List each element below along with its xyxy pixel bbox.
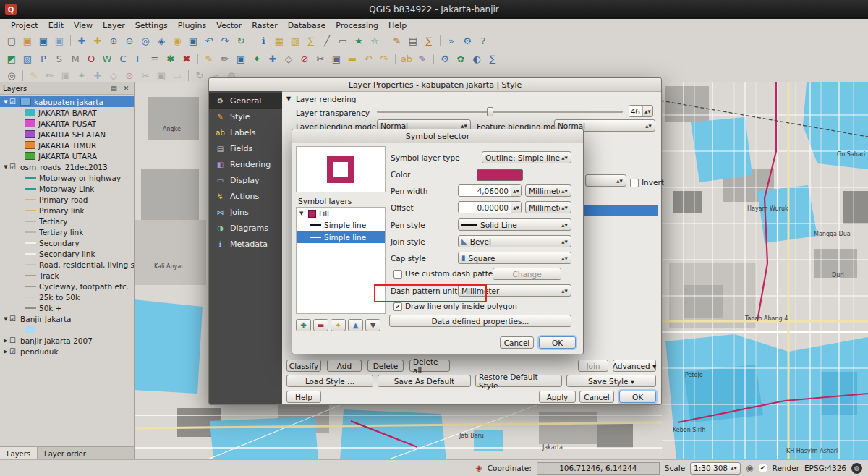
add-vector-layer-icon[interactable]: ◩ (4, 52, 19, 67)
layer-tree-item[interactable]: JAKARTA UTARA (0, 150, 134, 161)
layer-tree-item[interactable]: Road, residential, living street, etc. (0, 259, 134, 270)
menu-project[interactable]: Project (6, 20, 43, 31)
crs-status[interactable]: EPSG:4326 (804, 464, 846, 472)
tab-layers[interactable]: Layers (0, 447, 38, 460)
rotate-feature-icon[interactable]: ↻ (192, 68, 207, 82)
lp-tab-metadata[interactable]: ℹ Metadata (209, 236, 282, 252)
expander-icon[interactable]: ▼ (2, 164, 9, 170)
layer-properties-title-bar[interactable]: Layer Properties - kabupaten jakarta | S… (209, 78, 661, 92)
new-project-icon[interactable]: ▢ (4, 34, 19, 48)
coordinate-field[interactable]: 106.71246,-6.14244 (537, 462, 660, 475)
layer-banjir-jakarta-2007[interactable]: ▶ ☐ banjir jakarta 2007 (0, 335, 134, 346)
symbol-ok-button[interactable]: OK (539, 336, 576, 349)
draw-inside-checkbox[interactable] (393, 302, 402, 311)
help-button[interactable]: Help (286, 391, 321, 403)
add-raster-layer-icon[interactable]: ▨ (20, 52, 35, 67)
expander-icon[interactable]: ▼ (299, 211, 305, 216)
spin-arrows-icon[interactable]: ▲▼ (511, 202, 521, 213)
copy-features-icon[interactable]: ▣ (154, 68, 169, 82)
toggle-editing-icon[interactable]: ✏ (43, 68, 57, 82)
current-edits-icon[interactable]: ✎ (202, 52, 216, 67)
layer-banjir-jakarta[interactable]: ▼ ☑ Banjir Jakarta (0, 313, 134, 324)
save-project-icon[interactable]: ▣ (36, 34, 51, 48)
toolbar-separator[interactable] (395, 54, 396, 64)
lp-tab-actions[interactable]: ↯ Actions (209, 188, 282, 204)
layer-osm-roads[interactable]: ▼ ☑ osm_roads_21dec2013 (0, 161, 134, 172)
join-button[interactable]: Join (578, 360, 608, 372)
delete-selected-icon[interactable]: ⊘ (297, 52, 312, 67)
layer-tree-item[interactable]: JAKARTA SELATAN (0, 129, 134, 140)
add-feature-icon[interactable]: ✦ (250, 52, 264, 67)
deselect-features-icon[interactable]: ▧ (288, 34, 302, 48)
zoom-next-icon[interactable]: ↷ (218, 34, 232, 48)
layer-tree-item[interactable]: Track (0, 270, 134, 281)
layer-tree-item[interactable]: 25k to 50k (0, 292, 134, 302)
save-layer-edits-icon[interactable]: ▣ (234, 52, 248, 67)
add-wfs-layer-icon[interactable]: F (132, 52, 146, 67)
invert-checkbox[interactable] (630, 179, 639, 187)
menu-help[interactable]: Help (383, 20, 412, 31)
menu-plugins[interactable]: Plugins (173, 20, 211, 31)
lp-tab-diagrams[interactable]: ◑ Diagrams (209, 220, 282, 236)
symbol-layer-type-combo[interactable]: Outline: Simple line ▲▼ (482, 151, 571, 163)
toolbar-separator[interactable] (433, 54, 434, 64)
layer-tree-item[interactable]: Motorway or highway (0, 172, 134, 183)
delete-selected-icon[interactable]: ⊘ (122, 68, 137, 82)
custom-dash-checkbox[interactable] (393, 270, 402, 279)
node-tool-icon[interactable]: ◇ (281, 52, 296, 67)
save-edits-icon[interactable]: ▣ (59, 68, 73, 82)
cut-features-icon[interactable]: ✂ (313, 52, 328, 67)
processing-toolbox-icon[interactable]: ⚙ (438, 52, 452, 67)
toolbar-separator[interactable] (197, 54, 198, 64)
expander-icon[interactable]: ▶ (2, 349, 9, 354)
layer-tree-item[interactable]: Secondary (0, 237, 134, 248)
redo-icon[interactable]: ↷ (377, 52, 391, 67)
magnifier-icon[interactable]: ◉ (746, 463, 753, 473)
delete-all-button[interactable]: Delete all (409, 360, 450, 372)
new-shapefile-icon[interactable]: ✱ (163, 52, 178, 67)
layer-checkbox[interactable]: ☐ (9, 336, 19, 344)
layer-checkbox[interactable]: ☑ (9, 98, 19, 106)
attributes-table-icon[interactable]: ▤ (406, 34, 420, 48)
zoom-to-selection-icon[interactable]: ◉ (170, 34, 184, 48)
cap-style-combo[interactable]: ▮ Square ▲▼ (458, 252, 571, 264)
help-contents-icon[interactable]: ? (476, 34, 490, 48)
lp-tab-joins[interactable]: ⋈ Joins (209, 204, 282, 220)
cut-features-icon[interactable]: ✂ (138, 68, 153, 82)
show-bookmarks-icon[interactable]: ☆ (367, 34, 382, 48)
lp-tab-general[interactable]: ⚙ General (209, 93, 282, 109)
pen-width-spinbox[interactable]: 4,06000 ▲▼ (458, 184, 522, 197)
node-tool-icon[interactable]: ◇ (106, 68, 121, 82)
layer-checkbox[interactable]: ☑ (9, 347, 19, 355)
statistics-icon[interactable]: ∑ (485, 52, 500, 67)
layer-tree-item[interactable] (0, 324, 134, 335)
plugin-manager-icon[interactable]: ⚙ (460, 34, 475, 48)
layer-checkbox[interactable]: ☑ (9, 315, 19, 323)
spin-arrows-icon[interactable]: ▲▼ (511, 185, 521, 196)
slider-groove[interactable] (377, 111, 623, 113)
symbol-unit-combo[interactable]: ▲▼ (585, 174, 626, 187)
offset-spinbox[interactable]: 0,00000 ▲▼ (458, 201, 522, 213)
transparency-slider[interactable] (377, 107, 623, 116)
lp-tab-display[interactable]: ▭ Display (209, 172, 282, 188)
undo-icon[interactable]: ↶ (361, 52, 375, 67)
paste-features-icon[interactable]: ▬ (345, 52, 359, 67)
measure-icon[interactable]: ╱ (320, 34, 334, 48)
menu-settings[interactable]: Settings (130, 20, 173, 31)
lock-symbol-layer-button[interactable]: ✦ (331, 319, 346, 331)
grass-tools-icon[interactable]: ✿ (454, 52, 468, 67)
zoom-full-icon[interactable]: ◈ (154, 34, 169, 48)
toolbar-separator[interactable] (252, 35, 252, 46)
field-calculator-icon[interactable]: ∑ (422, 34, 436, 48)
layer-tree-item[interactable]: Tertiary link (0, 226, 134, 237)
menu-view[interactable]: View (69, 20, 98, 31)
remove-symbol-layer-button[interactable]: ▬ (313, 319, 328, 331)
symbol-tree-fill-row[interactable]: ▼ Fill (297, 208, 385, 219)
layer-styling-icon[interactable]: ✎ (415, 52, 430, 67)
transparency-spinbox[interactable]: 46 ▲▼ (629, 105, 653, 117)
menu-processing[interactable]: Processing (331, 20, 383, 31)
apply-button[interactable]: Apply (539, 391, 576, 403)
add-spatialite-layer-icon[interactable]: S (52, 52, 67, 67)
move-down-button[interactable]: ▼ (365, 319, 380, 331)
copy-features-icon[interactable]: ▣ (329, 52, 344, 67)
